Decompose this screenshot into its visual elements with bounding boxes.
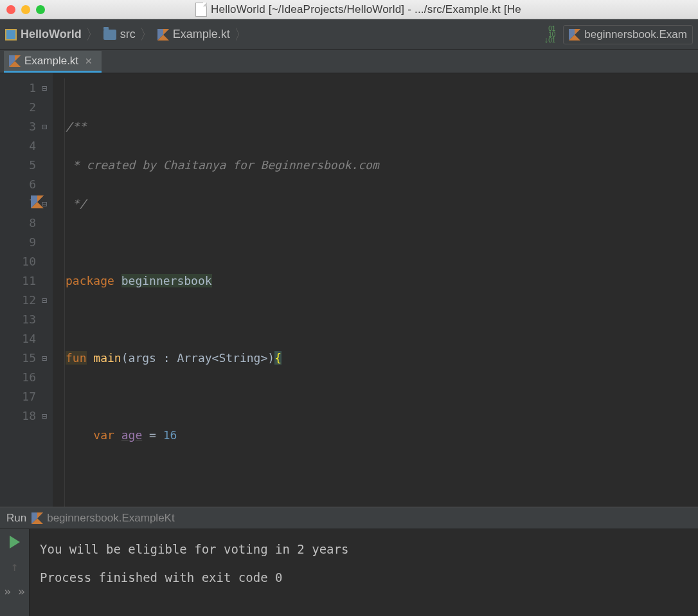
breadcrumb-separator: 〉 [230,25,252,44]
fold-toggle[interactable] [40,194,49,213]
line-gutter: 123 456 789 101112 131415 161718 [0,73,53,507]
kotlin-file-icon [157,29,169,41]
zoom-window-button[interactable] [36,5,45,14]
code-area[interactable]: /** * created by Chaitanya for Beginners… [53,73,698,507]
svg-marker-5 [575,29,580,35]
fold-toggle[interactable] [40,78,49,98]
console-output[interactable]: You will be eligible for voting in 2 yea… [30,529,698,616]
window-controls [6,5,45,14]
close-window-button[interactable] [6,5,15,14]
tab-example-kt[interactable]: Example.kt ✕ [4,51,102,73]
file-icon [195,3,207,17]
run-panel-header[interactable]: Run beginnersbook.ExampleKt [0,507,698,529]
window-title: HelloWorld [~/IdeaProjects/HelloWorld] -… [211,3,521,16]
project-icon [5,29,17,41]
scroll-up-button[interactable]: ↑ [10,559,18,574]
breadcrumb-separator: 〉 [82,25,103,44]
breadcrumb-project[interactable]: HelloWorld [21,28,82,41]
run-header-label: Run [6,512,26,525]
svg-marker-8 [15,55,21,61]
svg-marker-14 [37,512,43,518]
navigation-bar: HelloWorld 〉 src 〉 Example.kt 〉 ↓011001 … [0,19,698,50]
fold-toggle[interactable] [40,291,49,310]
run-configuration-selector[interactable]: beginnersbook.Exam [563,25,693,44]
output-line: You will be eligible for voting in 2 yea… [40,538,688,560]
svg-marker-2 [163,29,169,35]
code-editor[interactable]: 123 456 789 101112 131415 161718 /** * c… [0,73,698,507]
run-tool-window: Run beginnersbook.ExampleKt ↑ » » You wi… [0,507,698,616]
fold-toggle[interactable] [40,406,49,426]
kotlin-file-icon [9,55,21,67]
run-config-label: beginnersbook.Exam [584,28,687,41]
rerun-button[interactable] [10,536,20,548]
fold-toggle[interactable] [40,117,49,136]
editor-tabs: Example.kt ✕ [0,50,698,73]
run-toolbar: ↑ » » [0,529,30,616]
minimize-window-button[interactable] [21,5,30,14]
window-titlebar: HelloWorld [~/IdeaProjects/HelloWorld] -… [0,0,698,19]
kotlin-icon [31,512,43,524]
breadcrumb: HelloWorld 〉 src 〉 Example.kt 〉 [5,25,252,44]
build-icon[interactable]: ↓011001 [544,26,556,43]
output-line: Process finished with exit code 0 [40,566,688,588]
breadcrumb-separator: 〉 [136,25,157,44]
run-header-target: beginnersbook.ExampleKt [47,512,174,525]
expand-button[interactable]: » » [4,584,25,598]
kotlin-icon [569,29,580,41]
tab-close-icon[interactable]: ✕ [85,56,93,66]
breadcrumb-folder[interactable]: src [120,28,136,41]
tab-label: Example.kt [24,55,78,68]
fold-toggle[interactable] [40,349,49,368]
breadcrumb-file[interactable]: Example.kt [173,28,230,41]
folder-icon [103,30,116,40]
